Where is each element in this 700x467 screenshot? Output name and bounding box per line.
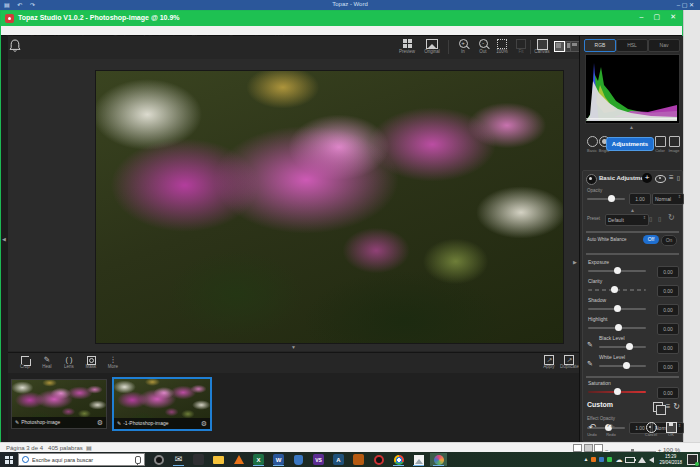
crop-icon <box>21 356 29 364</box>
print-layout-icon[interactable] <box>584 444 593 452</box>
taskbar-chrome[interactable] <box>390 453 407 466</box>
exposure-slider[interactable] <box>588 270 646 272</box>
battery-icon[interactable] <box>625 457 635 463</box>
undo-button[interactable]: ↶ Undo <box>583 422 601 437</box>
preset-save-icon[interactable]: ▯ <box>649 214 652 224</box>
word-page-indicator[interactable]: Página 3 de 4 <box>6 445 43 451</box>
start-button[interactable] <box>0 452 18 467</box>
zoom-out-button[interactable]: - Out <box>473 38 493 54</box>
cancel-button[interactable]: Cancel <box>642 422 660 437</box>
opacity-slider[interactable] <box>587 198 625 200</box>
tab-rgb[interactable]: RGB <box>584 39 616 52</box>
thumbnail-edited-selected[interactable]: ✎ -1-Photoshop-image ⚙ <box>112 377 212 431</box>
taskbar-defender[interactable] <box>290 453 307 466</box>
tray-app-icon[interactable] <box>591 457 596 462</box>
tray-app-icon[interactable] <box>599 457 604 462</box>
thumbnail-original[interactable]: ✎ Photoshop-image ⚙ <box>11 379 107 429</box>
awb-off-toggle[interactable]: Off <box>643 235 659 244</box>
crop-tool-button[interactable]: Crop <box>16 355 34 369</box>
taskbar-store[interactable] <box>190 453 207 466</box>
minimize-button[interactable]: – <box>640 13 644 21</box>
read-mode-icon[interactable] <box>573 444 582 452</box>
taskbar-clock[interactable]: 15:29 29/04/2018 <box>657 454 684 465</box>
apply-button[interactable]: ↗ Apply <box>540 355 558 369</box>
preset-dropdown[interactable]: Default⇕ <box>605 214 649 226</box>
taskbar-visual-studio[interactable]: VS <box>310 453 327 466</box>
volume-icon[interactable] <box>649 457 654 463</box>
word-window-controls[interactable]: – ▢ ✕ <box>677 1 694 8</box>
heal-tool-button[interactable]: ✎ Heal <box>38 355 56 369</box>
fit-button[interactable]: Fit <box>511 38 531 54</box>
panel-menu-icon[interactable]: ≡ <box>669 173 674 183</box>
pen-icon[interactable]: ✎ <box>587 360 593 368</box>
taskbar-photoshop[interactable]: A <box>330 453 347 466</box>
taskbar-excel[interactable]: X <box>250 453 267 466</box>
black-level-slider[interactable] <box>599 346 646 348</box>
mode-image[interactable]: Image <box>666 136 682 153</box>
notifications-bell-icon[interactable] <box>9 39 21 53</box>
proofing-icon[interactable]: ▤ <box>86 444 92 451</box>
view-mode-single[interactable] <box>554 41 565 52</box>
hidden-icons-caret[interactable]: ▲ <box>584 452 589 467</box>
word-word-count[interactable]: 405 palabras <box>48 445 83 451</box>
preset-copy-icon[interactable]: ▯ <box>658 214 661 224</box>
mask-tool-button[interactable]: Mask <box>82 355 100 369</box>
awb-on-toggle[interactable]: On <box>661 235 677 246</box>
adjustments-button[interactable]: Adjustments <box>606 137 654 151</box>
zoom-100-button[interactable]: 100% <box>492 38 512 54</box>
shadow-slider[interactable] <box>588 308 646 310</box>
gear-icon[interactable]: ⚙ <box>97 417 103 428</box>
web-layout-icon[interactable] <box>594 444 603 452</box>
filmstrip-collapse-icon[interactable]: ▼ <box>291 344 296 350</box>
redo-button[interactable]: ↷ Redo <box>602 422 620 437</box>
tab-nav[interactable]: Nav <box>648 39 680 52</box>
gear-icon[interactable]: ⚙ <box>201 418 207 429</box>
lens-tool-button[interactable]: ( ) Lens <box>60 355 78 369</box>
highlight-slider[interactable] <box>588 327 646 329</box>
saturation-slider[interactable] <box>588 391 646 393</box>
visibility-eye-icon[interactable] <box>655 175 666 183</box>
duplicate-button[interactable]: ↗ Duplicate <box>560 355 578 369</box>
taskbar-task-view[interactable] <box>150 453 167 466</box>
filmstrip: ✎ Photoshop-image ⚙ ✎ -1-Photoshop-image… <box>8 373 579 442</box>
microphone-icon[interactable] <box>135 456 141 464</box>
custom-menu-icon[interactable]: ≡ <box>666 402 671 412</box>
onedrive-cloud-icon[interactable]: ☁ <box>615 452 622 467</box>
search-placeholder: Escribe aquí para buscar <box>32 457 132 463</box>
zoom-in-icon: + <box>459 39 468 48</box>
action-center-icon[interactable] <box>687 454 698 465</box>
close-button[interactable]: ✕ <box>670 13 676 21</box>
taskbar-vlc[interactable] <box>230 453 247 466</box>
white-level-slider[interactable] <box>599 365 646 367</box>
original-button[interactable]: Original <box>422 38 442 54</box>
taskbar-topaz-active[interactable] <box>430 453 447 466</box>
histogram-collapse-icon[interactable]: ▲ <box>580 124 683 130</box>
ok-button[interactable]: OK <box>662 422 680 437</box>
add-adjustment-button[interactable]: + <box>642 173 652 183</box>
left-panel-handle[interactable]: ◀ <box>1 36 8 442</box>
preset-reset-icon[interactable]: ↻ <box>668 213 675 223</box>
custom-reset-icon[interactable]: ↻ <box>673 402 680 412</box>
right-panel-handle-icon[interactable]: ▶ <box>573 259 577 265</box>
taskbar-search[interactable]: Escribe aquí para buscar <box>18 453 145 466</box>
taskbar-word[interactable]: W <box>270 453 287 466</box>
taskbar-mail[interactable]: ✉ <box>170 453 187 466</box>
taskbar-file-explorer[interactable] <box>210 453 227 466</box>
taskbar-photos[interactable] <box>410 453 427 466</box>
maximize-button[interactable]: ▢ <box>654 13 661 21</box>
network-icon[interactable] <box>638 457 646 463</box>
canvas-button[interactable]: Canvas <box>532 38 552 54</box>
tray-app-icon[interactable] <box>607 457 612 462</box>
blend-mode-dropdown[interactable]: Normal⇕ <box>652 193 684 205</box>
tab-hsl[interactable]: HSL <box>616 39 648 52</box>
copy-icon[interactable] <box>653 402 663 412</box>
photo-canvas[interactable] <box>96 71 563 343</box>
delete-trash-icon[interactable]: ▯ <box>677 173 680 183</box>
clarity-slider[interactable] <box>588 289 646 291</box>
more-tools-button[interactable]: ⋮ More <box>104 355 122 369</box>
taskbar-opera[interactable] <box>370 453 387 466</box>
taskbar-app-orange[interactable] <box>350 453 367 466</box>
pen-icon[interactable]: ✎ <box>587 341 593 349</box>
preview-button[interactable]: Preview <box>397 38 417 54</box>
zoom-in-button[interactable]: + In <box>453 38 473 54</box>
